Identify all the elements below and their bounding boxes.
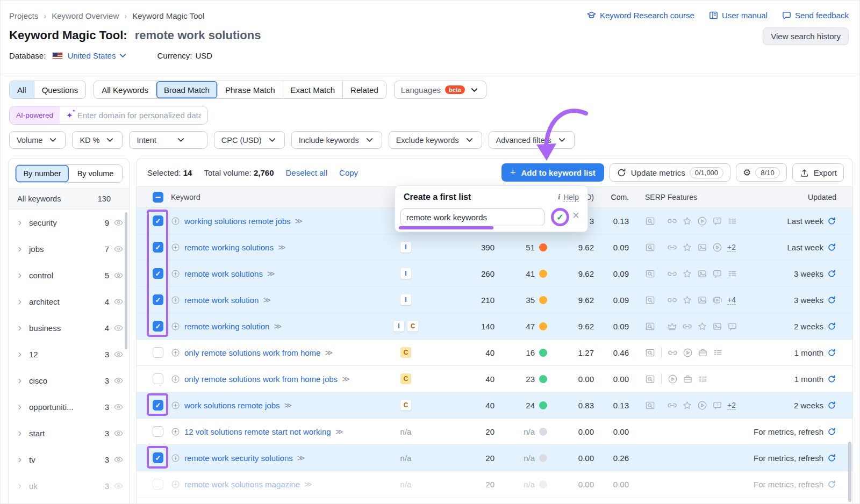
keyword-link[interactable]: working solutions remote jobs (184, 217, 291, 226)
chevron-right-icon[interactable] (16, 351, 25, 358)
sidebar-group-control[interactable]: control5 (9, 262, 129, 289)
chevron-right-icon[interactable] (16, 377, 25, 385)
by-number-toggle[interactable]: By number (16, 165, 69, 182)
expand-keyword-icon[interactable]: ≫ (325, 348, 332, 357)
refresh-metrics-icon[interactable] (827, 322, 836, 331)
serp-preview-icon[interactable] (645, 321, 655, 332)
keyword-research-course-link[interactable]: Keyword Research course (586, 10, 694, 20)
row-checkbox[interactable] (153, 479, 163, 489)
refresh-metrics-icon[interactable] (827, 375, 836, 384)
eye-icon[interactable] (113, 455, 124, 465)
expand-keyword-icon[interactable]: ≫ (284, 401, 291, 409)
chevron-right-icon[interactable] (16, 325, 25, 332)
languages-dropdown[interactable]: Languages beta (394, 81, 486, 99)
add-keyword-icon[interactable] (171, 401, 180, 410)
sidebar-group-start[interactable]: start3 (9, 420, 129, 447)
exclude-keywords-filter[interactable]: Exclude keywords (389, 131, 482, 149)
volume-filter[interactable]: Volume (9, 131, 66, 149)
cancel-list-button[interactable]: × (572, 210, 579, 221)
expand-keyword-icon[interactable]: ≫ (342, 375, 349, 383)
serp-preview-icon[interactable] (645, 374, 655, 384)
keyword-link[interactable]: remote work solution (184, 296, 259, 305)
keyword-link[interactable]: 12 volt solutions remote start not worki… (184, 427, 331, 436)
add-keyword-icon[interactable] (171, 480, 180, 489)
expand-keyword-icon[interactable]: ≫ (274, 322, 281, 330)
serp-preview-icon[interactable] (645, 400, 655, 411)
export-button[interactable]: Export (792, 163, 844, 182)
eye-icon[interactable] (113, 481, 124, 491)
breadcrumb-projects[interactable]: Projects (9, 11, 38, 20)
com-column-header[interactable]: Com. (594, 193, 629, 201)
sidebar-group-business[interactable]: business4 (9, 315, 129, 341)
chevron-right-icon[interactable] (16, 246, 25, 253)
tab-phrase-match[interactable]: Phrase Match (218, 81, 283, 98)
serp-column-header[interactable]: SERP Features (629, 193, 731, 201)
refresh-metrics-icon[interactable] (827, 480, 836, 489)
chevron-right-icon[interactable] (16, 404, 25, 411)
breadcrumb-keyword-overview[interactable]: Keyword Overview (52, 11, 119, 20)
intent-filter[interactable]: Intent (129, 131, 207, 149)
view-search-history-button[interactable]: View search history (763, 27, 849, 45)
refresh-metrics-icon[interactable] (827, 427, 836, 436)
refresh-metrics-icon[interactable] (827, 401, 836, 410)
tab-all[interactable]: All (10, 81, 34, 98)
eye-icon[interactable] (113, 376, 124, 386)
add-to-keyword-list-button[interactable]: + Add to keyword list (501, 163, 604, 182)
add-keyword-icon[interactable] (171, 269, 180, 278)
serp-preview-icon[interactable] (645, 269, 655, 279)
keyword-column-header[interactable]: Keyword (171, 193, 383, 201)
table-scrollbar[interactable] (848, 442, 851, 502)
keyword-link[interactable]: work solutions remote jobs (184, 401, 280, 410)
tab-related[interactable]: Related (343, 81, 386, 98)
keyword-link[interactable]: remote working solutions (184, 243, 274, 252)
refresh-metrics-icon[interactable] (827, 269, 836, 278)
tab-exact-match[interactable]: Exact Match (283, 81, 343, 98)
sidebar-group-opportuniti-[interactable]: opportuniti...3 (9, 394, 129, 420)
tab-questions[interactable]: Questions (34, 81, 86, 98)
sidebar-group-uk[interactable]: uk3 (9, 473, 129, 499)
eye-icon[interactable] (113, 244, 124, 254)
row-checkbox[interactable]: ✓ (153, 400, 163, 411)
expand-keyword-icon[interactable]: ≫ (304, 480, 311, 488)
chevron-right-icon[interactable] (16, 219, 25, 227)
kd-filter[interactable]: KD % (72, 131, 123, 149)
sidebar-group-12[interactable]: 123 (9, 341, 129, 368)
tab-all-keywords[interactable]: All Keywords (94, 81, 156, 98)
eye-icon[interactable] (113, 270, 124, 280)
keyword-link[interactable]: remote work solutions (184, 269, 263, 278)
cpc-filter[interactable]: CPC (USD) (214, 131, 285, 149)
deselect-all-link[interactable]: Deselect all (286, 168, 328, 177)
keyword-link[interactable]: remote work security solutions (184, 453, 293, 463)
sidebar-group-cisco[interactable]: cisco3 (9, 368, 129, 394)
copy-link[interactable]: Copy (339, 168, 358, 177)
keyword-link[interactable]: remote work solutions magazine (184, 480, 300, 489)
eye-icon[interactable] (113, 402, 124, 412)
expand-keyword-icon[interactable]: ≫ (267, 269, 274, 278)
row-checkbox[interactable]: ✓ (153, 268, 163, 279)
chevron-right-icon[interactable] (16, 483, 25, 490)
select-all-checkbox[interactable] (153, 192, 163, 203)
chevron-right-icon[interactable] (16, 298, 25, 306)
update-metrics-button[interactable]: Update metrics 0/1,000 (610, 163, 730, 182)
expand-keyword-icon[interactable]: ≫ (263, 296, 270, 304)
help-link[interactable]: Help (563, 193, 579, 202)
domain-input[interactable] (77, 111, 201, 120)
list-name-input[interactable] (400, 208, 544, 226)
expand-keyword-icon[interactable]: ≫ (297, 453, 304, 462)
eye-icon[interactable] (113, 297, 124, 307)
row-checkbox[interactable] (153, 373, 163, 384)
expand-keyword-icon[interactable]: ≫ (335, 427, 342, 436)
eye-icon[interactable] (113, 349, 124, 359)
add-keyword-icon[interactable] (171, 375, 180, 384)
add-keyword-icon[interactable] (171, 243, 180, 252)
refresh-metrics-icon[interactable] (827, 453, 836, 463)
keyword-link[interactable]: only remote solutions work from home (184, 348, 320, 357)
row-checkbox[interactable] (153, 426, 163, 437)
all-keywords-row[interactable]: All keywords 130 (9, 188, 129, 210)
sidebar-scrollbar[interactable] (125, 212, 127, 349)
expand-keyword-icon[interactable]: ≫ (278, 243, 285, 251)
refresh-metrics-icon[interactable] (827, 243, 836, 252)
tab-broad-match[interactable]: Broad Match (156, 81, 218, 98)
add-keyword-icon[interactable] (171, 296, 180, 305)
add-keyword-icon[interactable] (171, 348, 180, 357)
